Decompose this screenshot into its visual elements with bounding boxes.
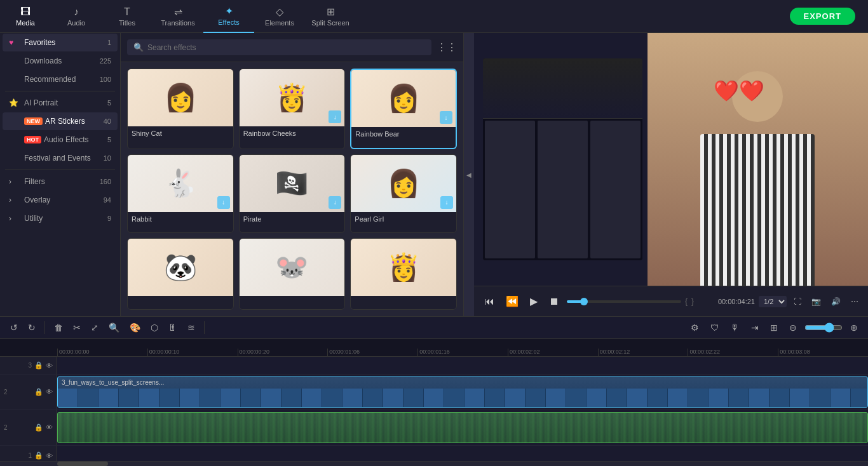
toolbar-titles[interactable]: T Titles	[102, 0, 153, 33]
sidebar-item-recommended[interactable]: Recommended 100	[3, 70, 118, 88]
cut-button[interactable]: ✂	[69, 320, 85, 335]
sidebar-item-favorites[interactable]: ♥ Favorites 1	[3, 34, 118, 51]
frame-17	[383, 389, 403, 407]
sidebar-item-audioeffects[interactable]: HOT Audio Effects 5	[3, 131, 118, 149]
media-label: Media	[16, 19, 35, 27]
track-eye-audio[interactable]: 👁	[46, 423, 53, 432]
right-tool-6[interactable]: ⊖	[785, 320, 801, 335]
sidebar-item-festivalevents[interactable]: Festival and Events 10	[3, 149, 118, 167]
effect-thumb-pirate: 🏴‍☠️ ↓	[240, 155, 345, 212]
toolbar-media[interactable]: 🎞 Media	[0, 0, 51, 33]
effect-card-generic2[interactable]: 🐭	[239, 238, 346, 310]
sidebar-item-arstickers[interactable]: NEW AR Stickers 40	[3, 112, 118, 130]
zoom-button[interactable]: 🔍	[105, 320, 123, 335]
progress-bar[interactable]	[567, 300, 681, 303]
fullscreen-button[interactable]: ⛶	[790, 295, 804, 308]
effect-card-shinycat[interactable]: 👩 Shiny Cat	[127, 69, 234, 149]
track-lock-audio[interactable]: 🔒	[34, 423, 43, 432]
frame-2	[78, 389, 98, 407]
toolbar-audio[interactable]: ♪ Audio	[51, 0, 102, 33]
toolbar-elements[interactable]: ◇ Elements	[254, 0, 305, 33]
right-tool-3[interactable]: 🎙	[727, 320, 743, 335]
sidebar-item-overlay[interactable]: › Overlay 94	[3, 191, 118, 209]
effect-card-generic1[interactable]: 🐼	[127, 238, 234, 310]
screenshot-button[interactable]: 📷	[808, 295, 824, 308]
frame-4	[119, 389, 139, 407]
arstickers-label: AR Stickers	[45, 117, 104, 126]
effect-card-rainbowcheeks[interactable]: 👸 ↓ Rainbow Cheeks	[239, 69, 346, 149]
volume-button[interactable]: 🔊	[828, 295, 844, 308]
track-eye-1[interactable]: 👁	[46, 362, 53, 369]
timeline-tracks: 3 🔒 👁 2 🔒 👁 3_fun_ways_to_use_split_scre…	[0, 357, 868, 461]
downloads-label: Downloads	[24, 57, 100, 65]
effect-card-pearlgirl[interactable]: 👩 ↓ Pearl Girl	[350, 154, 457, 234]
effect-card-rainbowbear[interactable]: 👩 ↓ Rainbow Bear	[350, 69, 457, 149]
scrollbar-thumb[interactable]	[57, 462, 108, 466]
color-button[interactable]: 🎨	[126, 320, 144, 335]
motion-button[interactable]: ≋	[184, 320, 199, 335]
sidebar-item-downloads[interactable]: Downloads 225	[3, 52, 118, 70]
rainbowbear-download-btn[interactable]: ↓	[440, 111, 452, 124]
play-button[interactable]: ▶	[526, 293, 541, 310]
effect-card-generic3[interactable]: 👸	[350, 238, 457, 310]
undo-button[interactable]: ↺	[6, 320, 22, 335]
sidebar-item-filters[interactable]: › Filters 160	[3, 173, 118, 190]
titles-label: Titles	[119, 19, 135, 27]
sidebar-item-utility[interactable]: › Utility 9	[3, 210, 118, 227]
sidebar-item-aiportrait[interactable]: ⭐ AI Portrait 5	[3, 94, 118, 112]
track-lock-1[interactable]: 🔒	[34, 361, 43, 369]
frame-29	[627, 389, 648, 407]
timeline-zoom-slider[interactable]	[804, 323, 843, 333]
person-silhouette: ❤️❤️	[648, 33, 868, 286]
track-content-video[interactable]: 3_fun_ways_to_use_split_screens...	[57, 375, 868, 409]
effect-card-pirate[interactable]: 🏴‍☠️ ↓ Pirate	[239, 154, 346, 234]
track-lock-2[interactable]: 🔒	[34, 388, 43, 396]
audio-adj-button[interactable]: 🎚	[165, 320, 181, 335]
pirate-download-btn[interactable]: ↓	[329, 196, 341, 209]
export-button[interactable]: EXPORT	[790, 8, 855, 25]
frame-3	[98, 389, 119, 407]
toolbar-splitscreen[interactable]: ⊞ Split Screen	[305, 0, 356, 33]
timeline-scrollbar[interactable]	[0, 461, 868, 466]
frame-7	[180, 389, 200, 407]
delete-button[interactable]: 🗑	[50, 320, 67, 335]
shinycat-emoji: 👩	[128, 69, 233, 126]
frame-1	[58, 389, 78, 407]
track-lock-bottom[interactable]: 🔒	[34, 451, 43, 460]
frame-39	[831, 389, 851, 407]
toolbar-effects[interactable]: ✦ Effects	[203, 0, 254, 33]
recommended-count: 100	[100, 76, 111, 83]
pearlgirl-download-btn[interactable]: ↓	[440, 196, 453, 209]
effect-card-rabbit[interactable]: 🐇 ↓ Rabbit	[127, 154, 234, 234]
redo-button[interactable]: ↻	[24, 320, 39, 335]
ruler-mark-2: 00:00:00:20	[238, 349, 328, 356]
aiportrait-icon: ⭐	[9, 98, 20, 107]
effect-thumb-generic3: 👸	[351, 239, 456, 296]
toolbar-transitions[interactable]: ⇌ Transitions	[153, 0, 203, 33]
track-eye-bottom[interactable]: 👁	[46, 452, 53, 460]
right-tool-7[interactable]: ⊕	[846, 320, 862, 335]
crop-button[interactable]: ⤢	[87, 320, 102, 335]
collapse-panel-arrow[interactable]: ◀	[464, 33, 474, 316]
track-eye-2[interactable]: 👁	[46, 388, 53, 396]
right-tool-1[interactable]: ⚙	[687, 320, 703, 335]
grid-view-icon[interactable]: ⋮⋮	[437, 41, 457, 53]
right-tool-4[interactable]: ⇥	[747, 320, 763, 335]
track-content-audio[interactable]	[57, 410, 868, 445]
timeline-ruler: 00:00:00:00 00:00:00:10 00:00:00:20 00:0…	[0, 339, 868, 357]
skip-back-button[interactable]: ⏮	[480, 293, 498, 310]
more-button[interactable]: ⋯	[848, 295, 862, 308]
right-tool-5[interactable]: ⊞	[766, 320, 782, 335]
stop-button[interactable]: ⏹	[545, 293, 563, 310]
track-header-icons-video: 🔒 👁	[34, 388, 53, 396]
recommended-label: Recommended	[24, 75, 100, 84]
search-input[interactable]	[147, 43, 425, 52]
step-back-button[interactable]: ⏪	[502, 293, 522, 310]
search-input-wrap[interactable]: 🔍	[127, 39, 431, 55]
effect-thumb-rainbowcheeks: 👸 ↓	[240, 69, 345, 126]
mask-button[interactable]: ⬡	[147, 320, 162, 335]
rabbit-download-btn[interactable]: ↓	[217, 196, 230, 209]
rainbowcheeks-download-btn[interactable]: ↓	[329, 110, 341, 123]
speed-select[interactable]: 1/2 1/4 1	[759, 296, 787, 307]
right-tool-2[interactable]: 🛡	[707, 320, 723, 335]
